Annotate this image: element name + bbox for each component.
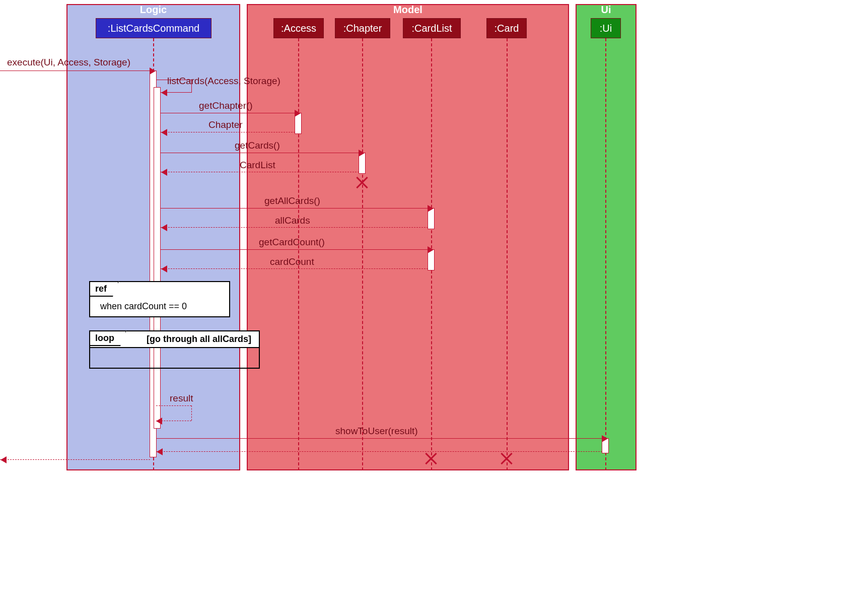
label-cardcount-ret: cardCount <box>270 256 314 267</box>
participant-cardlist: :CardList <box>403 18 461 38</box>
participant-ui-label: :Ui <box>600 23 612 34</box>
arrowhead-cardcount-ret <box>161 265 167 272</box>
participant-chapter: :Chapter <box>335 18 390 38</box>
self-result-h1 <box>156 405 191 406</box>
participant-access-label: :Access <box>281 23 316 34</box>
fragment-ref-text: when cardCount == 0 <box>100 301 187 312</box>
fragment-ref-tab: ref <box>89 281 119 297</box>
arrowhead-showtouser <box>602 435 608 442</box>
fragment-loop: loop [go through all allCards] <box>89 330 260 369</box>
terminate-chapter <box>355 175 370 190</box>
label-getchapter: getChapter() <box>199 100 253 111</box>
lifeline-access <box>298 38 299 470</box>
fragment-loop-guard: [go through all allCards] <box>147 334 251 345</box>
arrowhead-cardlist-ret <box>161 169 167 176</box>
label-getcardcount: getCardCount() <box>259 237 325 248</box>
label-result-ret: result <box>170 393 193 404</box>
fragment-loop-tab: loop <box>89 330 126 346</box>
arrowhead-listcards-self <box>161 89 167 96</box>
participant-access: :Access <box>273 18 324 38</box>
participant-listcards: :ListCardsCommand <box>96 18 211 38</box>
lifeline-chapter <box>362 38 363 470</box>
terminate-cardlist <box>423 451 439 466</box>
fragment-ref: ref when cardCount == 0 <box>89 281 230 317</box>
label-getallcards: getAllCards() <box>264 195 320 207</box>
participant-card: :Card <box>486 18 527 38</box>
self-result-v <box>191 405 192 421</box>
arrow-chapter-ret <box>161 132 295 132</box>
arrow-getcards <box>161 153 359 153</box>
participant-chapter-label: :Chapter <box>343 23 382 34</box>
arrow-cardlist-ret <box>161 172 359 172</box>
arrowhead-chapter-ret <box>161 129 167 136</box>
label-allcards-ret: allCards <box>275 215 310 226</box>
arrowhead-execute <box>150 67 156 75</box>
arrow-getchapter <box>161 113 295 113</box>
package-ui-label: Ui <box>599 4 613 16</box>
label-showtouser: showToUser(result) <box>335 426 418 437</box>
participant-card-label: :Card <box>494 23 519 34</box>
label-execute: execute(Ui, Access, Storage) <box>7 57 130 68</box>
arrow-final-ret <box>0 459 150 460</box>
arrowhead-allcards-ret <box>161 224 167 231</box>
arrowhead-getcardcount <box>428 246 434 253</box>
arrow-cardcount-ret <box>161 268 428 269</box>
arrowhead-result-self <box>156 418 162 425</box>
lifeline-ui <box>605 38 606 470</box>
arrowhead-getchapter <box>295 110 301 117</box>
label-listcards-self: listCards(Access, Storage) <box>167 76 280 87</box>
arrow-getallcards <box>161 208 428 209</box>
arrowhead-final-ret <box>1 456 7 463</box>
arrow-execute <box>0 71 150 71</box>
package-logic-label: Logic <box>138 4 169 16</box>
label-chapter-ret: Chapter <box>208 119 243 130</box>
sequence-diagram: Logic Model Ui :ListCardsCommand :Access… <box>0 0 645 476</box>
participant-listcards-label: :ListCardsCommand <box>108 23 199 34</box>
participant-cardlist-label: :CardList <box>411 23 452 34</box>
arrow-allcards-ret <box>161 227 428 228</box>
arrow-getcardcount <box>161 249 428 250</box>
arrowhead-getcards <box>359 150 365 157</box>
arrow-showtouser-ret <box>156 451 602 452</box>
package-model-label: Model <box>391 4 425 16</box>
terminate-card <box>499 451 514 466</box>
label-cardlist-ret: CardList <box>240 160 275 171</box>
lifeline-card <box>507 38 508 470</box>
arrowhead-getallcards <box>428 205 434 212</box>
label-getcards: getCards() <box>235 140 280 151</box>
participant-ui: :Ui <box>591 18 621 38</box>
arrowhead-showtouser-ret <box>157 448 163 455</box>
activation-listcards-inner <box>154 87 161 429</box>
arrow-showtouser <box>156 438 602 439</box>
